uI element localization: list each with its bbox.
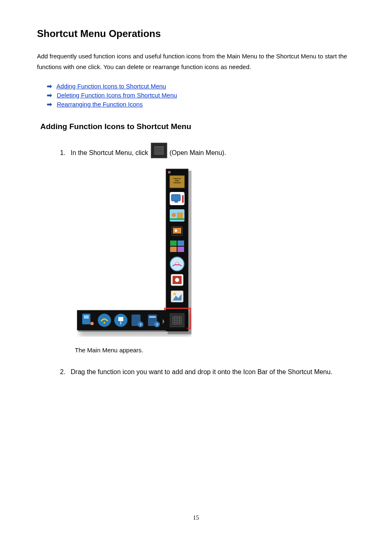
page-title: Shortcut Menu Operations [37,28,355,39]
svg-text:PARK: PARK [175,180,180,182]
svg-text:?: ? [139,323,142,327]
svg-rect-22 [178,240,184,246]
link-adding[interactable]: Adding Function Icons to Shortcut Menu [56,83,166,90]
svg-rect-38 [84,315,89,319]
page-number: 15 [0,514,392,521]
arrow-icon: ➡ [47,83,53,90]
svg-point-20 [175,229,177,232]
open-main-menu-icon [151,143,167,158]
link-rearranging[interactable]: Rearranging the Function Icons [57,101,143,108]
step1-caption: The Main Menu appears. [75,347,355,354]
svg-rect-11 [171,194,180,201]
shortcut-menu-screenshot: CREATIVE PARK PREMIUM [76,168,355,338]
svg-rect-24 [178,247,184,252]
svg-point-33 [173,293,176,295]
svg-point-15 [172,213,176,217]
step1-text-pre: In the Shortcut Menu, click [71,148,148,158]
svg-rect-3 [168,171,171,173]
svg-point-39 [90,322,94,325]
arrow-icon: ➡ [47,92,53,99]
svg-text:?: ? [156,323,158,327]
svg-rect-13 [182,195,184,203]
svg-rect-12 [175,201,178,203]
intro-text: Add frequently used function icons and u… [37,51,355,73]
svg-point-40 [98,314,111,327]
svg-rect-23 [170,247,177,252]
svg-point-41 [104,322,105,324]
svg-rect-6 [170,176,184,188]
step1-number: 1. [60,148,69,158]
svg-rect-49 [149,316,156,318]
link-deleting[interactable]: Deleting Function Icons from Shortcut Me… [57,92,177,99]
svg-text:PREMIUM: PREMIUM [173,182,181,184]
svg-rect-21 [170,240,177,246]
svg-text:CREATIVE: CREATIVE [173,178,181,180]
arrow-icon: ➡ [47,101,53,108]
svg-point-30 [175,278,179,282]
svg-rect-37 [82,314,90,324]
svg-rect-16 [177,213,183,218]
step2-number: 2. [60,367,69,377]
step1-text-post: (Open Main Menu). [170,148,226,158]
toc-links: ➡ Adding Function Icons to Shortcut Menu… [37,82,355,109]
svg-text:i: i [120,320,121,326]
step2-text: Drag the function icon you want to add a… [71,367,355,377]
section-heading: Adding Function Icons to Shortcut Menu [40,122,355,131]
